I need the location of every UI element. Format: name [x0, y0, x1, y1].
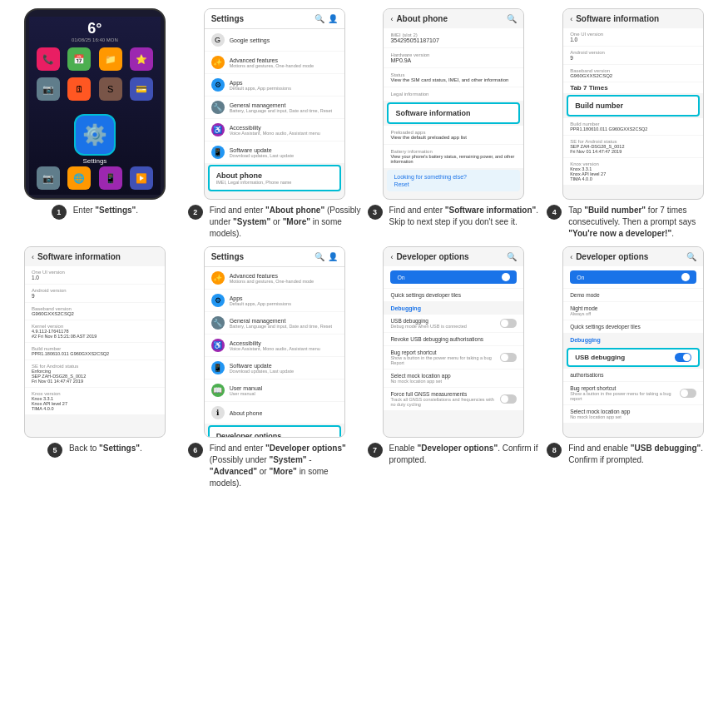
dev-toggle-on[interactable]: On	[390, 270, 517, 284]
settings-apps[interactable]: ⚙ Apps Default apps, App permissions	[205, 74, 344, 96]
step3-header: ‹ About phone 🔍	[384, 9, 523, 28]
step4-desc: 4 Tap "Build number" for 7 times consecu…	[547, 205, 720, 240]
step7-number: 7	[368, 443, 383, 458]
about-legal[interactable]: Legal information	[384, 87, 523, 101]
app-bottom-1[interactable]: 📷	[37, 166, 60, 190]
settings-advanced[interactable]: ✨ Advanced features Motions and gestures…	[205, 52, 344, 73]
step1-phone: 6° 01/08/25 16:40 MON 📞 📅 📁 ⭐ 📷 🗓 S 💳	[24, 8, 166, 200]
step6-software[interactable]: 📱 Software update Download updates, Last…	[205, 357, 344, 379]
app-bottom-3[interactable]: 📱	[99, 166, 122, 190]
about-status[interactable]: Status View the SIM card status, IMEI, a…	[384, 68, 523, 87]
app-icon-calendar[interactable]: 📅	[67, 47, 91, 71]
profile-icon[interactable]: 👤	[328, 14, 338, 23]
search-icon-8[interactable]: 🔍	[686, 252, 696, 261]
step1-text: Enter "Settings".	[73, 205, 138, 216]
app-icon-myfiles[interactable]: 📁	[99, 47, 122, 71]
bug-toggle-off[interactable]	[500, 353, 517, 362]
step6-advanced[interactable]: ✨ Advanced features Motions and gestures…	[205, 267, 344, 289]
settings-about-phone[interactable]: About phone IMEI, Legal information, Pho…	[208, 165, 341, 191]
search-icon-about[interactable]: 🔍	[507, 14, 517, 23]
back-icon-7[interactable]: ‹	[390, 253, 393, 261]
search-icon-6[interactable]: 🔍	[314, 252, 324, 261]
app-icon-camera[interactable]: 📷	[37, 77, 60, 101]
night-mode[interactable]: Night mode Always off	[563, 302, 703, 320]
step3-number: 3	[368, 205, 383, 220]
step6-usermanual[interactable]: 📖 User manual User manual	[205, 379, 344, 401]
settings-google[interactable]: G Google settings	[205, 29, 344, 51]
step-6: Settings 🔍 👤 ✨ Advanced features Motions…	[188, 246, 361, 489]
developer-options-highlighted[interactable]: Developer options	[208, 425, 341, 437]
step6-header-icons: 🔍 👤	[314, 252, 338, 261]
app-icon-samsung[interactable]: S	[99, 77, 122, 101]
quick-settings-tiles[interactable]: Quick settings developer tiles	[384, 289, 523, 301]
settings-app-icon[interactable]: ⚙️	[74, 114, 116, 156]
step-7: ‹ Developer options 🔍 On Quick settings …	[368, 246, 541, 489]
step2-title: Settings	[211, 14, 244, 23]
step5-desc: 5 Back to "Settings".	[47, 443, 142, 458]
search-icon-7[interactable]: 🔍	[507, 252, 517, 261]
step6-aboutphone[interactable]: ℹ About phone	[205, 402, 344, 424]
step6-apps[interactable]: ⚙ Apps Default apps, App permissions	[205, 290, 344, 311]
software-info-label: Software information	[395, 109, 512, 117]
step8-bug-report[interactable]: Bug report shortcut Show a button in the…	[563, 382, 703, 404]
step-3: ‹ About phone 🔍 IMEI (slot 2) 3542950511…	[368, 8, 541, 240]
demo-mode[interactable]: Demo mode	[563, 289, 703, 301]
step8-number: 8	[547, 443, 562, 458]
step3-text: Find and enter "Software information". S…	[389, 205, 541, 228]
revoke-usb[interactable]: Revoke USB debugging authorisations	[384, 333, 523, 345]
gnss-row[interactable]: Force full GNSS measurements Track all G…	[384, 388, 523, 410]
step8-title: Developer options	[576, 252, 648, 261]
step6-screen: Settings 🔍 👤 ✨ Advanced features Motions…	[204, 246, 345, 438]
dev-toggle-row[interactable]: On	[384, 266, 523, 288]
looking-text: Looking for something else?	[394, 174, 513, 180]
tab-7-times-text: Tab 7 Times	[570, 84, 608, 92]
back-icon-5[interactable]: ‹	[32, 253, 34, 261]
usb-toggle-on[interactable]	[675, 353, 691, 362]
about-preloaded[interactable]: Preloaded apps View the default preloade…	[384, 126, 523, 144]
step8-toggle-on[interactable]: On	[570, 270, 696, 284]
advanced-icon: ✨	[211, 56, 225, 69]
mock-location[interactable]: Select mock location app No mock locatio…	[384, 369, 523, 387]
step8-authorisations[interactable]: authorisations	[563, 369, 703, 381]
usb-toggle-off[interactable]	[500, 319, 517, 328]
app-icon-pay[interactable]: 💳	[130, 77, 153, 101]
step6-general[interactable]: 🔧 General management Battery, Language a…	[205, 312, 344, 334]
app-icon-phone[interactable]: 📞	[37, 47, 60, 71]
app-icon-galaxy[interactable]: ⭐	[130, 47, 153, 71]
search-icon[interactable]: 🔍	[314, 14, 324, 23]
step8-toggle-label: On	[577, 275, 584, 280]
back-icon-4[interactable]: ‹	[570, 15, 572, 23]
settings-app-label: Settings	[82, 157, 106, 165]
about-battery[interactable]: Battery information View your phone's ba…	[384, 145, 523, 168]
gnss-toggle-off[interactable]	[500, 394, 517, 404]
app-icon-calendar2[interactable]: 🗓	[67, 77, 91, 101]
settings-highlight: ⚙️ Settings	[74, 111, 116, 165]
settings-accessibility[interactable]: ♿ Accessibility Voice Assistant, Mono au…	[205, 119, 344, 141]
software-information-highlighted[interactable]: Software information	[387, 102, 520, 124]
step2-screen: Settings 🔍 👤 G Google settings ✨ Advance…	[204, 8, 345, 200]
build-number-highlighted[interactable]: Build number	[567, 95, 700, 117]
back-icon-8[interactable]: ‹	[570, 253, 572, 261]
settings-general[interactable]: 🔧 General management Battery, Language a…	[205, 97, 344, 118]
debugging-section: Debugging	[384, 302, 523, 315]
tab-7-times-row: Tab 7 Times	[563, 82, 703, 93]
reset-link[interactable]: Reset	[394, 181, 513, 187]
profile-icon-6[interactable]: 👤	[328, 252, 338, 261]
usb-debugging-row[interactable]: USB debugging Debug mode when USB is con…	[384, 315, 523, 332]
step8-mock-location[interactable]: Select mock location app No mock locatio…	[563, 405, 703, 423]
step-2: Settings 🔍 👤 G Google settings ✨ Advance…	[188, 8, 361, 240]
step6-advanced-icon: ✨	[211, 271, 225, 285]
accessibility-icon: ♿	[211, 123, 225, 136]
settings-software-update[interactable]: 📱 Software update Download updates, Last…	[205, 141, 344, 163]
step8-quick-tiles[interactable]: Quick settings developer tiles	[563, 320, 703, 333]
se-android: SE for Android status SEP ZAH-DSG28_S_00…	[563, 136, 703, 157]
step8-bug-toggle[interactable]	[680, 389, 696, 398]
step6-accessibility[interactable]: ♿ Accessibility Voice Assistant, Mono au…	[205, 335, 344, 356]
app-bottom-4[interactable]: ▶️	[130, 166, 153, 190]
bug-report[interactable]: Bug report shortcut Show a button in the…	[384, 346, 523, 369]
usb-debugging-highlighted[interactable]: USB debugging	[567, 348, 700, 367]
step8-toggle-row[interactable]: On	[563, 266, 703, 288]
app-bottom-2[interactable]: 🌐	[67, 166, 91, 190]
step5-baseband: Baseband version G960GXXS2CSQ2	[25, 303, 165, 320]
back-icon[interactable]: ‹	[390, 15, 393, 23]
